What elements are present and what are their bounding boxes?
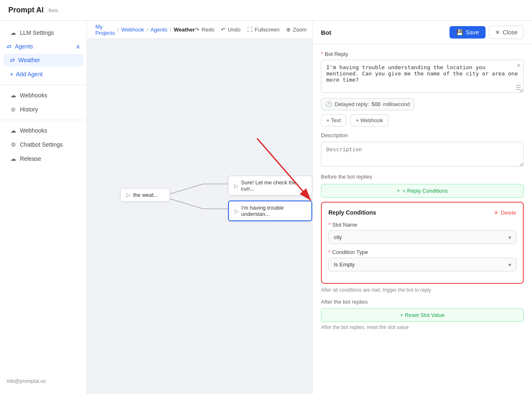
textarea-menu-icon[interactable]: ☰ bbox=[515, 84, 521, 92]
required-star-3: * bbox=[328, 249, 330, 255]
reset-slot-button[interactable]: + Reset Slot Value bbox=[321, 308, 524, 322]
zoom-icon: ⊕ bbox=[286, 27, 291, 33]
reply-conditions-title: Reply Conditions bbox=[328, 209, 376, 216]
save-button[interactable]: 💾 Save bbox=[449, 26, 486, 39]
chatbot-settings-label: Chatbot Settings bbox=[20, 141, 63, 148]
sidebar-item-llm-settings[interactable]: ☁ LLM Settings bbox=[3, 26, 83, 39]
breadcrumb-weather: Weather bbox=[174, 27, 195, 33]
sidebar-divider-1 bbox=[0, 85, 87, 85]
delayed-reply-row: 🕐 Delayed reply: 500 millisecond bbox=[321, 98, 524, 110]
redo-icon: ↷ bbox=[195, 27, 199, 33]
add-row: + Text + Webhook bbox=[321, 114, 524, 126]
sidebar: ☁ LLM Settings ⇄ Agents ∧ ⇄ Weather + Ad… bbox=[0, 21, 87, 394]
agents-icon: ⇄ bbox=[7, 43, 12, 50]
slot-name-select[interactable]: city bbox=[328, 230, 516, 244]
node1-text: the weat... bbox=[133, 192, 158, 198]
sidebar-item-webhooks1[interactable]: ☁ Webhooks bbox=[3, 89, 83, 102]
undo-button[interactable]: ↶ Undo bbox=[221, 27, 240, 33]
footer-email: info@promptai.us bbox=[7, 378, 46, 384]
add-reply-conditions-button[interactable]: + + Reply Conditions bbox=[321, 184, 524, 198]
description-textarea[interactable] bbox=[321, 142, 524, 167]
sidebar-item-chatbot-settings[interactable]: ⚙ Chatbot Settings bbox=[3, 138, 83, 151]
webhooks1-label: Webhooks bbox=[20, 92, 47, 99]
breadcrumb-agents[interactable]: Agents bbox=[151, 27, 167, 33]
canvas-area[interactable]: ▷ the weat... ▷ Sure! Let me check the c… bbox=[87, 39, 312, 394]
add-webhook-button[interactable]: + Webhook bbox=[350, 114, 389, 126]
webhook-icon-2: ☁ bbox=[10, 127, 17, 134]
node2-text: Sure! Let me check the curr... bbox=[241, 179, 306, 192]
top-bar-left: Prompt AI Beta bbox=[8, 6, 58, 15]
delete-icon: ✕ bbox=[494, 210, 498, 216]
node3-text: I'm having trouble understan... bbox=[241, 205, 306, 217]
required-star-1: * bbox=[321, 51, 323, 57]
panel-actions: 💾 Save ✕ Close bbox=[449, 26, 524, 39]
delayed-reply-box[interactable]: 🕐 Delayed reply: 500 millisecond bbox=[321, 98, 414, 110]
undo-icon: ↶ bbox=[221, 27, 226, 33]
chatbot-icon: ⚙ bbox=[10, 141, 17, 148]
weather-label: Weather bbox=[18, 57, 40, 63]
llm-settings-label: LLM Settings bbox=[20, 29, 54, 36]
slot-name-wrapper: city bbox=[328, 230, 516, 244]
add-text-button[interactable]: + Text bbox=[321, 114, 346, 126]
close-button[interactable]: ✕ Close bbox=[489, 26, 524, 39]
history-label: History bbox=[20, 106, 38, 113]
clock-icon: 🕐 bbox=[326, 101, 332, 107]
release-label: Release bbox=[20, 155, 41, 162]
sidebar-item-release[interactable]: ☁ Release bbox=[3, 152, 83, 165]
node1-icon: ▷ bbox=[126, 192, 131, 198]
webhooks2-label: Webhooks bbox=[20, 127, 47, 134]
app-beta: Beta bbox=[49, 8, 58, 13]
sidebar-item-webhooks2[interactable]: ☁ Webhooks bbox=[3, 124, 83, 137]
release-icon: ☁ bbox=[10, 155, 17, 162]
agents-label: Agents bbox=[15, 43, 33, 50]
delayed-value: 500 bbox=[372, 101, 381, 107]
add-agent-button[interactable]: + Add Agent bbox=[3, 68, 83, 80]
delayed-unit: millisecond bbox=[383, 101, 410, 107]
breadcrumb-my-projects[interactable]: My Projects bbox=[95, 24, 115, 36]
plus-icon-conditions: + bbox=[397, 188, 400, 194]
condition-type-wrapper: Is Empty bbox=[328, 258, 516, 271]
add-agent-label: Add Agent bbox=[16, 71, 43, 77]
panel-body: * Bot Reply ✕ ☰ 🕐 Delayed reply: 500 mil… bbox=[313, 44, 532, 394]
breadcrumb-bar: My Projects / Webhook / Agents / Weather… bbox=[87, 21, 312, 39]
canvas-node-1[interactable]: ▷ the weat... bbox=[120, 188, 170, 202]
delete-button[interactable]: ✕ Delete bbox=[494, 210, 516, 216]
node3-icon: ▷ bbox=[235, 208, 239, 214]
bot-reply-textarea[interactable] bbox=[321, 60, 524, 93]
required-star-2: * bbox=[328, 222, 330, 228]
sidebar-item-weather[interactable]: ⇄ Weather bbox=[3, 54, 83, 66]
slot-name-label: * Slot Name bbox=[328, 222, 516, 228]
reply-conditions-box: Reply Conditions ✕ Delete * Slot Name c bbox=[321, 202, 524, 284]
reset-slot-info: After the bot replies, reset the slot va… bbox=[321, 324, 524, 330]
fullscreen-button[interactable]: ⛶ Fullscreen bbox=[247, 27, 279, 33]
condition-type-select[interactable]: Is Empty bbox=[328, 258, 516, 271]
main-layout: ☁ LLM Settings ⇄ Agents ∧ ⇄ Weather + Ad… bbox=[0, 21, 532, 394]
panel-header: Bot 💾 Save ✕ Close bbox=[313, 21, 532, 44]
canvas-node-2[interactable]: ▷ Sure! Let me check the curr... bbox=[228, 176, 312, 196]
save-icon: 💾 bbox=[456, 29, 463, 36]
redo-button[interactable]: ↷ Redo bbox=[195, 27, 214, 33]
breadcrumb-webhook[interactable]: Webhook bbox=[121, 27, 144, 33]
panel-title: Bot bbox=[321, 29, 331, 36]
sidebar-footer: info@promptai.us bbox=[0, 373, 87, 389]
sidebar-item-history[interactable]: ⊘ History bbox=[3, 103, 83, 116]
canvas-node-3[interactable]: ▷ I'm having trouble understan... bbox=[228, 201, 312, 221]
agents-header[interactable]: ⇄ Agents ∧ bbox=[0, 40, 87, 53]
cloud-icon: ☁ bbox=[10, 29, 17, 36]
zoom-button[interactable]: ⊕ Zoom bbox=[286, 27, 306, 33]
center-panel: My Projects / Webhook / Agents / Weather… bbox=[87, 21, 312, 394]
textarea-close-icon[interactable]: ✕ bbox=[516, 62, 521, 69]
breadcrumb: My Projects / Webhook / Agents / Weather bbox=[95, 24, 195, 36]
toolbar-actions: ↷ Redo ↶ Undo ⛶ Fullscreen ⊕ Zoom bbox=[195, 27, 306, 33]
close-icon: ✕ bbox=[495, 29, 500, 36]
description-label: Description bbox=[321, 132, 524, 138]
right-panel: Bot 💾 Save ✕ Close * Bot Reply bbox=[312, 21, 532, 394]
app-title: Prompt AI bbox=[8, 6, 44, 15]
webhook-icon-1: ☁ bbox=[10, 92, 17, 99]
after-bot-replies-label: After the bot replies bbox=[321, 299, 524, 305]
textarea-wrapper: ✕ ☰ bbox=[321, 60, 524, 94]
fullscreen-icon: ⛶ bbox=[247, 27, 253, 33]
condition-type-label: * Condition Type bbox=[328, 249, 516, 255]
top-bar: Prompt AI Beta bbox=[0, 0, 532, 21]
plus-icon: + bbox=[10, 71, 13, 77]
